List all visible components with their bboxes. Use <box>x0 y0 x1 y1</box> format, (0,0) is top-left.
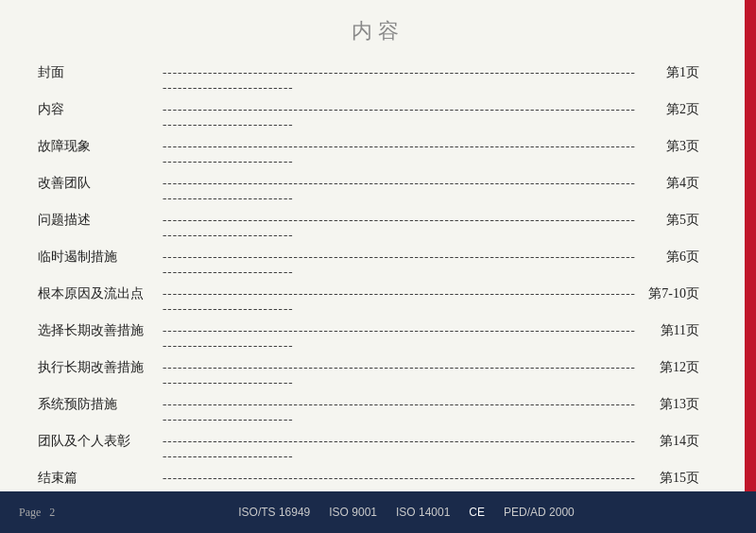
toc-page: 第3页 <box>643 138 699 155</box>
toc-page: 第7-10页 <box>643 285 699 302</box>
toc-dots: ----------------------------------------… <box>161 434 643 464</box>
toc-page: 第12页 <box>643 359 699 376</box>
toc-dots: ----------------------------------------… <box>161 102 643 132</box>
title-area: 内容 <box>0 0 756 55</box>
toc-page: 第6页 <box>643 249 699 266</box>
page-title: 内容 <box>0 17 756 45</box>
toc-item: 内容--------------------------------------… <box>38 101 699 132</box>
toc-page: 第15页 <box>643 470 699 487</box>
right-accent-bar <box>745 0 756 491</box>
toc-item: 故障现象------------------------------------… <box>38 138 699 169</box>
toc-label: 结束篇 <box>38 470 161 487</box>
toc-page: 第5页 <box>643 212 699 229</box>
toc-page: 第13页 <box>643 396 699 413</box>
toc-page: 第14页 <box>643 433 699 450</box>
toc-item: 执行长期改善措施--------------------------------… <box>38 359 699 390</box>
toc-label: 执行长期改善措施 <box>38 359 161 376</box>
toc-dots: ----------------------------------------… <box>161 323 643 353</box>
toc-label: 改善团队 <box>38 175 161 192</box>
toc-container: 封面--------------------------------------… <box>0 55 756 516</box>
toc-label: 根本原因及流出点 <box>38 285 161 302</box>
toc-item: 根本原因及流出点--------------------------------… <box>38 285 699 317</box>
footer: Page 2 ISO/TS 16949ISO 9001ISO 14001CEPE… <box>0 491 756 533</box>
toc-dots: ----------------------------------------… <box>161 139 643 169</box>
toc-item: 改善团队------------------------------------… <box>38 175 699 206</box>
toc-item: 团队及个人表彰---------------------------------… <box>38 433 699 464</box>
toc-label: 故障现象 <box>38 138 161 155</box>
toc-dots: ----------------------------------------… <box>161 360 643 390</box>
toc-item: 问题描述------------------------------------… <box>38 212 699 243</box>
toc-page: 第11页 <box>643 322 699 339</box>
toc-page: 第4页 <box>643 175 699 192</box>
toc-item: 封面--------------------------------------… <box>38 64 699 95</box>
toc-dots: ----------------------------------------… <box>161 397 643 427</box>
toc-label: 封面 <box>38 64 161 81</box>
toc-dots: ----------------------------------------… <box>161 213 643 243</box>
toc-label: 内容 <box>38 101 161 118</box>
footer-cert-item: ISO 14001 <box>396 506 450 519</box>
toc-label: 系统预防措施 <box>38 396 161 413</box>
toc-dots: ----------------------------------------… <box>161 176 643 206</box>
toc-dots: ----------------------------------------… <box>161 249 643 280</box>
footer-cert-item: PED/AD 2000 <box>504 506 575 519</box>
footer-cert-item: ISO 9001 <box>329 506 377 519</box>
toc-page: 第1页 <box>643 64 699 81</box>
toc-item: 临时遏制措施----------------------------------… <box>38 249 699 280</box>
footer-page-info: Page 2 <box>19 506 76 520</box>
toc-page: 第2页 <box>643 101 699 118</box>
page-number: 2 <box>49 506 55 519</box>
toc-label: 临时遏制措施 <box>38 249 161 266</box>
toc-item: 系统预防措施----------------------------------… <box>38 396 699 427</box>
footer-cert-item: ISO/TS 16949 <box>238 506 310 519</box>
toc-item: 选择长期改善措施--------------------------------… <box>38 322 699 353</box>
toc-label: 问题描述 <box>38 212 161 229</box>
toc-label: 选择长期改善措施 <box>38 322 161 339</box>
page-label: Page <box>19 506 41 519</box>
toc-dots: ----------------------------------------… <box>161 65 643 95</box>
footer-cert-item: CE <box>469 506 485 519</box>
toc-dots: ----------------------------------------… <box>161 286 643 317</box>
toc-label: 团队及个人表彰 <box>38 433 161 450</box>
footer-certs: ISO/TS 16949ISO 9001ISO 14001CEPED/AD 20… <box>76 506 737 519</box>
